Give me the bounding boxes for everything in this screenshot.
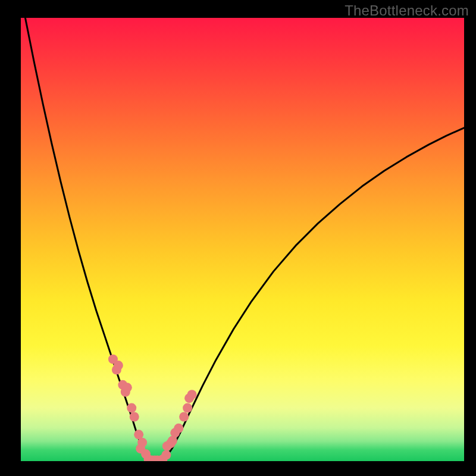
plot-area — [21, 18, 464, 461]
marker-group — [108, 355, 197, 461]
marker-dot — [130, 412, 139, 422]
marker-dot — [114, 361, 123, 370]
curve-group — [25, 18, 464, 461]
outer-frame: TheBottleneck.com — [0, 0, 476, 476]
watermark-text: TheBottleneck.com — [345, 2, 469, 19]
marker-dot — [123, 383, 132, 392]
marker-dot — [179, 412, 189, 422]
marker-dot — [174, 424, 183, 433]
marker-dot — [161, 450, 171, 460]
marker-dot — [127, 403, 136, 413]
marker-dot — [183, 403, 192, 413]
curve-right-curve — [163, 128, 464, 461]
curve-svg — [21, 18, 464, 461]
marker-dot — [187, 390, 197, 399]
